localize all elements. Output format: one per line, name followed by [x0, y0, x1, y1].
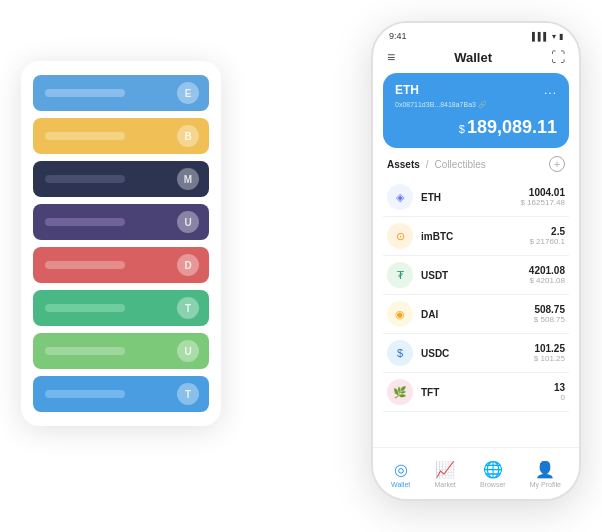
- wifi-icon: ▾: [552, 32, 556, 41]
- token-item[interactable]: ◉DAI508.75$ 508.75: [383, 295, 569, 334]
- assets-tabs: Assets / Collectibles: [387, 159, 486, 170]
- status-icons: ▌▌▌ ▾ ▮: [532, 32, 563, 41]
- token-amounts: 1004.01$ 162517.48: [521, 187, 566, 207]
- token-amounts: 508.75$ 508.75: [534, 304, 565, 324]
- card-item[interactable]: T: [33, 290, 209, 326]
- token-icon: ◈: [387, 184, 413, 210]
- token-icon: ₮: [387, 262, 413, 288]
- token-amount-usd: $ 4201.08: [529, 276, 565, 285]
- nav-icon: ◎: [394, 460, 408, 479]
- token-item[interactable]: ₮USDT4201.08$ 4201.08: [383, 256, 569, 295]
- add-icon: +: [554, 158, 560, 170]
- status-time: 9:41: [389, 31, 407, 41]
- card-item[interactable]: T: [33, 376, 209, 412]
- token-amount-main: 13: [554, 382, 565, 393]
- nav-label: Browser: [480, 481, 506, 488]
- token-amount-usd: $ 162517.48: [521, 198, 566, 207]
- token-icon: 🌿: [387, 379, 413, 405]
- token-name: ETH: [421, 192, 521, 203]
- token-name: USDT: [421, 270, 529, 281]
- eth-address: 0x08711d3B...8418a7Ba3 🔗: [395, 101, 557, 109]
- card-item[interactable]: U: [33, 333, 209, 369]
- nav-label: Market: [434, 481, 455, 488]
- eth-menu-icon[interactable]: ...: [544, 83, 557, 97]
- token-amount-main: 4201.08: [529, 265, 565, 276]
- nav-item-market[interactable]: 📈Market: [434, 460, 455, 488]
- card-item[interactable]: E: [33, 75, 209, 111]
- menu-icon[interactable]: ≡: [387, 49, 395, 65]
- eth-amount: $189,089.11: [395, 117, 557, 138]
- token-amounts: 130: [554, 382, 565, 402]
- token-item[interactable]: ⊙imBTC2.5$ 21760.1: [383, 217, 569, 256]
- token-name: DAI: [421, 309, 534, 320]
- token-item[interactable]: $USDC101.25$ 101.25: [383, 334, 569, 373]
- token-list: ◈ETH1004.01$ 162517.48⊙imBTC2.5$ 21760.1…: [373, 178, 579, 412]
- currency-symbol: $: [459, 123, 465, 135]
- nav-icon: 📈: [435, 460, 455, 479]
- card-item[interactable]: M: [33, 161, 209, 197]
- status-bar: 9:41 ▌▌▌ ▾ ▮: [373, 23, 579, 45]
- signal-icon: ▌▌▌: [532, 32, 549, 41]
- nav-item-my-profile[interactable]: 👤My Profile: [530, 460, 561, 488]
- phone-header: ≡ Wallet ⛶: [373, 45, 579, 73]
- tab-collectibles[interactable]: Collectibles: [435, 159, 486, 170]
- token-amount-usd: $ 508.75: [534, 315, 565, 324]
- eth-card-header: ETH ...: [395, 83, 557, 97]
- token-item[interactable]: 🌿TFT130: [383, 373, 569, 412]
- token-amounts: 2.5$ 21760.1: [529, 226, 565, 246]
- add-asset-button[interactable]: +: [549, 156, 565, 172]
- nav-icon: 👤: [535, 460, 555, 479]
- tab-assets[interactable]: Assets: [387, 159, 420, 170]
- tab-divider: /: [426, 159, 429, 170]
- token-amount-usd: $ 21760.1: [529, 237, 565, 246]
- token-icon: ⊙: [387, 223, 413, 249]
- copy-icon[interactable]: 🔗: [478, 101, 487, 108]
- nav-label: Wallet: [391, 481, 410, 488]
- nav-icon: 🌐: [483, 460, 503, 479]
- bottom-nav: ◎Wallet📈Market🌐Browser👤My Profile: [373, 447, 579, 499]
- token-amount-usd: 0: [554, 393, 565, 402]
- scan-icon[interactable]: ⛶: [551, 49, 565, 65]
- token-name: USDC: [421, 348, 534, 359]
- scene: EBMUDTUT 9:41 ▌▌▌ ▾ ▮ ≡ Wallet ⛶ ETH ...…: [21, 21, 581, 511]
- battery-icon: ▮: [559, 32, 563, 41]
- token-amount-usd: $ 101.25: [534, 354, 565, 363]
- eth-label: ETH: [395, 83, 419, 97]
- card-item[interactable]: U: [33, 204, 209, 240]
- nav-item-wallet[interactable]: ◎Wallet: [391, 460, 410, 488]
- assets-header: Assets / Collectibles +: [373, 156, 579, 178]
- token-amounts: 101.25$ 101.25: [534, 343, 565, 363]
- eth-card[interactable]: ETH ... 0x08711d3B...8418a7Ba3 🔗 $189,08…: [383, 73, 569, 148]
- token-amount-main: 508.75: [534, 304, 565, 315]
- nav-label: My Profile: [530, 481, 561, 488]
- card-item[interactable]: D: [33, 247, 209, 283]
- token-name: TFT: [421, 387, 554, 398]
- token-amounts: 4201.08$ 4201.08: [529, 265, 565, 285]
- card-panel: EBMUDTUT: [21, 61, 221, 426]
- token-name: imBTC: [421, 231, 529, 242]
- card-item[interactable]: B: [33, 118, 209, 154]
- nav-item-browser[interactable]: 🌐Browser: [480, 460, 506, 488]
- token-amount-main: 101.25: [534, 343, 565, 354]
- token-item[interactable]: ◈ETH1004.01$ 162517.48: [383, 178, 569, 217]
- token-amount-main: 2.5: [529, 226, 565, 237]
- phone-mockup: 9:41 ▌▌▌ ▾ ▮ ≡ Wallet ⛶ ETH ... 0x08711d…: [371, 21, 581, 501]
- token-icon: $: [387, 340, 413, 366]
- eth-value: 189,089.11: [467, 117, 557, 137]
- address-text: 0x08711d3B...8418a7Ba3: [395, 101, 476, 108]
- page-title: Wallet: [454, 50, 492, 65]
- token-icon: ◉: [387, 301, 413, 327]
- token-amount-main: 1004.01: [521, 187, 566, 198]
